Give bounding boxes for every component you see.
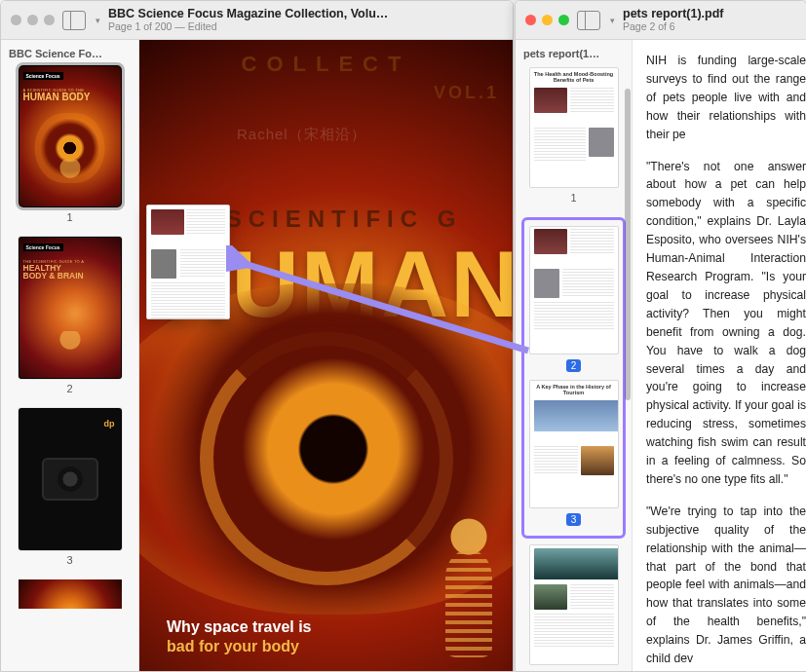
mini-subheading	[530, 433, 618, 444]
sidebar-title-left: BBC Science Fo…	[1, 40, 138, 65]
mini-text-lines	[534, 614, 614, 647]
zoom-icon[interactable]	[558, 15, 569, 25]
thumb-number: 1	[570, 188, 576, 211]
ghost-text-lines	[151, 282, 225, 319]
annotation-arrow-icon	[226, 245, 538, 362]
thumbnail-item[interactable]: The Health and Mood-Boosting Benefits of…	[516, 65, 632, 213]
figure-graphic-icon	[54, 331, 87, 376]
thumb-brand: Science Focus	[23, 72, 63, 80]
mini-heading: A Key Phase in the History of Tourism	[530, 381, 618, 398]
article-paragraph: "We're trying to tap into the subjective…	[646, 503, 806, 668]
page-thumbnail-2[interactable]	[529, 226, 619, 355]
thumbnail-item[interactable]: Science Focus THE SCIENTIFIC GUIDE TO A …	[19, 237, 122, 404]
ghost-text-lines	[180, 249, 225, 279]
page-thumbnail-2[interactable]: Science Focus THE SCIENTIFIC GUIDE TO A …	[19, 237, 122, 379]
mini-text-lines	[570, 584, 614, 610]
scrollbar[interactable]	[625, 89, 631, 400]
page-thumbnail-1[interactable]: Science Focus A SCIENTIFIC GUIDE TO THE …	[19, 65, 122, 207]
window-body-right: pets report(1… The Health and Mood-Boost…	[516, 40, 806, 671]
thumb-number-badge: 3	[566, 513, 582, 526]
thumb-number: 2	[66, 379, 72, 404]
sidebar-toggle-icon[interactable]	[577, 11, 600, 30]
title-block-left: BBC Science Focus Magazine Collection, V…	[108, 8, 503, 32]
mini-image-icon	[589, 128, 614, 157]
thumb-brand: Science Focus	[23, 243, 63, 251]
cover-tagline-2: bad for your body	[167, 638, 299, 655]
camera-graphic-icon: dp	[19, 409, 121, 549]
mini-image-icon	[534, 229, 567, 254]
ghost-image-icon	[151, 209, 184, 235]
thumb-number: 1	[66, 207, 72, 233]
mini-text-lines	[562, 269, 614, 298]
titlebar-left: ▾ BBC Science Focus Magazine Collection,…	[1, 1, 513, 40]
titlebar-right: ▾ pets report(1).pdf Page 2 of 6	[516, 1, 806, 40]
page-thumbnail-1[interactable]: The Health and Mood-Boosting Benefits of…	[529, 67, 619, 188]
thumb-number: 3	[66, 550, 72, 576]
cover-eyebrow: COLLECT	[242, 52, 411, 77]
thumbnail-item[interactable]	[19, 579, 122, 609]
sidebar-title-right: pets report(1…	[516, 40, 632, 65]
mini-image-icon	[534, 400, 619, 431]
chevron-down-icon[interactable]: ▾	[610, 16, 615, 25]
sidebar-toggle-icon[interactable]	[62, 11, 86, 30]
page-thumbnail-4[interactable]	[529, 544, 619, 665]
close-icon[interactable]	[525, 15, 536, 25]
mini-image-icon	[534, 548, 619, 579]
mini-image-icon	[581, 446, 614, 475]
zoom-icon[interactable]	[44, 15, 55, 25]
minimize-icon[interactable]	[27, 15, 38, 25]
mini-text-lines	[534, 302, 614, 331]
thumbnail-sidebar-left[interactable]: BBC Science Fo… Science Focus A SCIENTIF…	[1, 40, 139, 671]
thumb-dp-label: dp	[104, 419, 115, 429]
minimize-icon[interactable]	[542, 15, 553, 25]
ghost-heading	[147, 239, 229, 247]
mini-text-lines	[534, 128, 586, 161]
watermark-text: Rachel（宋相沿）	[237, 126, 366, 144]
mini-text-lines	[570, 229, 614, 254]
ghost-image-icon	[151, 249, 176, 279]
thumbnail-list-left: Science Focus A SCIENTIFIC GUIDE TO THE …	[1, 65, 138, 620]
mini-image-icon	[534, 88, 567, 113]
mini-heading: The Health and Mood-Boosting Benefits of…	[530, 68, 618, 86]
mini-text-lines	[534, 446, 578, 475]
traffic-lights-left	[11, 15, 55, 25]
page-thumbnail-3[interactable]: A Key Phase in the History of Tourism	[529, 380, 619, 508]
article-paragraph: NIH is funding large-scale surveys to fi…	[646, 52, 806, 144]
window-pets-report: ▾ pets report(1).pdf Page 2 of 6 pets re…	[515, 0, 806, 672]
document-view-right[interactable]: NIH is funding large-scale surveys to fi…	[633, 40, 806, 671]
traffic-lights-right	[525, 15, 569, 25]
article-paragraph: "There's not one answer about how a pet …	[646, 158, 806, 489]
thumbnail-item[interactable]: Science Focus A SCIENTIFIC GUIDE TO THE …	[19, 65, 122, 233]
thumbnail-item[interactable]	[516, 542, 632, 667]
window-subtitle-right: Page 2 of 6	[623, 21, 796, 33]
page-thumbnail-3[interactable]: dp	[19, 408, 122, 550]
close-icon[interactable]	[11, 15, 21, 25]
window-title-left: BBC Science Focus Magazine Collection, V…	[108, 8, 503, 21]
cover-volume: VOL.1	[434, 83, 499, 103]
skeleton-graphic-icon	[415, 515, 513, 671]
mini-subheading	[530, 115, 618, 126]
cover-tagline-1: Why space travel is	[167, 618, 312, 636]
title-block-right: pets report(1).pdf Page 2 of 6	[623, 8, 796, 32]
mini-subheading	[530, 256, 618, 267]
drag-ghost-thumbnail[interactable]: 2	[146, 205, 230, 319]
thumb-big: HUMAN BODY	[23, 93, 117, 102]
mini-text-lines	[570, 88, 614, 113]
cover-guide-line: A SCIENTIFIC G	[190, 205, 463, 233]
window-title-right: pets report(1).pdf	[623, 8, 796, 21]
ghost-text-lines	[186, 209, 225, 235]
window-subtitle-left: Page 1 of 200 — Edited	[108, 21, 503, 33]
thumbnail-item[interactable]: dp 3	[19, 408, 122, 576]
thumb-big: HEALTHY BODY & BRAIN	[23, 264, 117, 280]
page-thumbnail-4-partial[interactable]	[19, 579, 122, 609]
svg-line-0	[242, 263, 528, 351]
thumb-number-badge: 2	[566, 359, 582, 372]
mini-image-icon	[534, 584, 567, 610]
skeleton-graphic-icon	[54, 160, 87, 205]
chevron-down-icon[interactable]: ▾	[96, 16, 100, 25]
